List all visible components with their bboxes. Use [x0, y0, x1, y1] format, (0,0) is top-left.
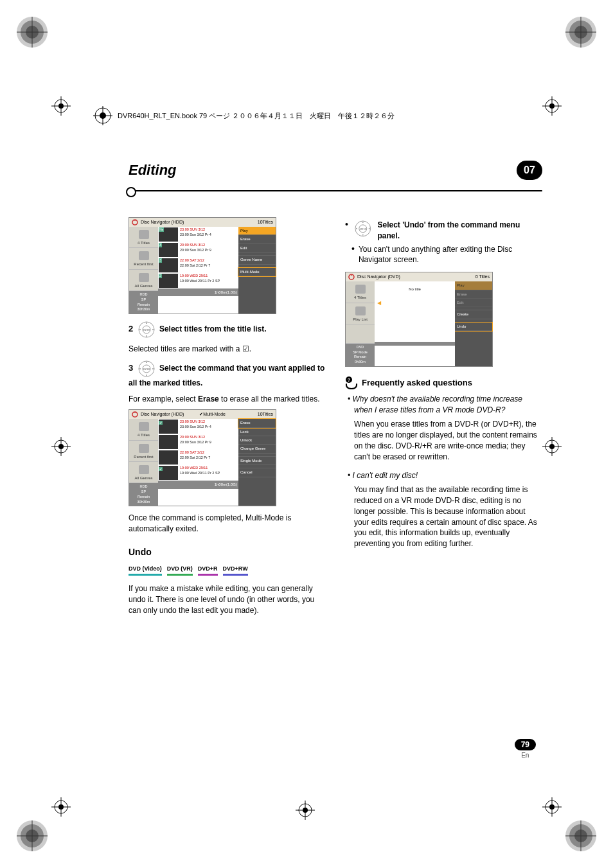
nav2-header: Disc Navigator (HDD) [141, 411, 184, 418]
menu-unlock: Unlock [238, 436, 276, 445]
corner-ornament-tl [13, 13, 51, 51]
menu-lock: Lock [238, 428, 276, 436]
reg-mark-icon [51, 437, 71, 456]
step-3: 3 ENTER Select the command that you want… [129, 360, 326, 389]
svg-text:ENTER: ENTER [143, 329, 150, 332]
brand-icon [132, 411, 138, 418]
titles-icon [355, 285, 366, 294]
genres-icon [139, 273, 149, 282]
svg-text:ENTER: ENTER [360, 228, 366, 231]
brand-icon [132, 219, 138, 226]
menu-edit: Edit [238, 244, 276, 252]
faq-a2: You may find that as the available recor… [354, 484, 542, 549]
reg-mark-icon [296, 801, 315, 820]
mode-dvd-plus-rw: DVD+RW [223, 565, 248, 576]
bullet-icon: • [345, 220, 348, 229]
svg-point-35 [549, 444, 555, 449]
step2-text: Select titles from the title list. [159, 324, 267, 333]
svg-point-27 [549, 103, 555, 109]
step3-text: Select the command that you want applied… [129, 364, 324, 387]
right-column: • ENTER Select 'Undo' from the command m… [345, 217, 542, 621]
chapter-divider [129, 190, 542, 191]
bookline-text: DVR640H_RLT_EN.book 79 ページ ２００６年４月１１日 火曜… [118, 111, 395, 121]
enter-button-icon: ENTER [352, 220, 374, 238]
undo-para: If you make a mistake while editing, you… [129, 583, 326, 616]
svg-point-69 [362, 222, 364, 223]
svg-point-57 [139, 329, 141, 330]
faq-q1: • Why doesn't the available recording ti… [354, 394, 542, 416]
svg-point-47 [303, 808, 308, 813]
mode-dvd-vr: DVD (VR) [167, 565, 193, 576]
faq-icon: ? [345, 376, 358, 390]
svg-point-64 [139, 368, 141, 369]
svg-point-71 [356, 228, 357, 229]
bullet-icon: • [351, 244, 355, 253]
svg-point-70 [362, 235, 364, 236]
titles-icon [139, 422, 149, 431]
recent-icon [139, 251, 149, 260]
undo-step: • ENTER Select 'Undo' from the command m… [345, 220, 542, 242]
corner-ornament-br [562, 817, 600, 855]
checkbox-on-icon: ✔ [159, 467, 163, 471]
faq-q2: • I can't edit my disc! [354, 470, 542, 481]
bookline: DVR640H_RLT_EN.book 79 ページ ２００６年４月１１日 火曜… [93, 106, 395, 125]
page-number: 79 En [515, 739, 536, 759]
menu-erase: Erase [455, 290, 492, 299]
menu-play: Play [238, 227, 276, 235]
mode-badges: DVD (Video) DVD (VR) DVD+R DVD+RW [129, 565, 326, 576]
nav1-side-b: Recent first [134, 262, 153, 266]
reg-mark-icon [51, 96, 71, 116]
reg-mark-icon [51, 797, 71, 817]
menu-edit: Edit [455, 299, 492, 307]
menu-cancel: Cancel [238, 468, 276, 477]
svg-point-39 [58, 804, 64, 810]
reg-mark-icon [542, 797, 562, 817]
reg-mark-icon [542, 437, 562, 456]
enter-button-icon: ENTER [136, 321, 157, 339]
svg-point-63 [146, 375, 147, 376]
faq-heading: ? Frequently asked questions [345, 376, 542, 390]
chapter-number: 07 [517, 161, 542, 180]
menu-play: Play [455, 281, 492, 290]
chapter-title: Editing [129, 162, 177, 179]
titles-icon [139, 230, 149, 239]
playlist-icon [355, 306, 366, 315]
svg-point-31 [58, 444, 64, 449]
recent-icon [139, 444, 149, 453]
checkbox-off-icon [159, 436, 163, 439]
reg-mark-icon [542, 96, 562, 116]
chapter-header: Editing 07 [129, 161, 542, 180]
svg-point-56 [146, 335, 147, 337]
checkbox-on-icon: ✔ [159, 421, 163, 425]
nav1-count: 10Titles [258, 219, 273, 226]
corner-ornament-tr [562, 13, 600, 51]
faq-a1: When you erase titles from a DVD-R (or D… [354, 419, 542, 462]
mode-dvd-plus-r: DVD+R [198, 565, 218, 576]
undo-step-text: Select 'Undo' from the command menu pane… [377, 220, 542, 242]
svg-text:?: ? [348, 378, 350, 382]
svg-point-55 [146, 323, 147, 324]
nav1-header: Disc Navigator (HDD) [141, 219, 184, 226]
undo-step-sub: You can't undo anything after exiting th… [359, 244, 542, 266]
step2-sub: Selected titles are marked with a ☑. [129, 344, 326, 355]
menu-single-mode: Single Mode [238, 457, 276, 465]
menu-genre: Genre Name [238, 256, 276, 264]
bookline-icon [93, 106, 112, 125]
svg-point-65 [152, 368, 154, 369]
checkbox-off-icon [159, 451, 163, 455]
svg-point-43 [549, 804, 555, 810]
svg-point-72 [369, 228, 370, 229]
disc-navigator-screenshot-3: Disc Navigator (DVD) 0 Titles 4 Titles P… [345, 272, 493, 367]
menu-undo: Undo [455, 323, 492, 331]
menu-erase: Erase [238, 419, 276, 427]
svg-point-23 [58, 103, 64, 109]
step3-sub: For example, select Erase to erase all t… [129, 394, 326, 405]
arrow-left-icon: ◀ [377, 299, 381, 306]
svg-point-62 [146, 362, 147, 363]
enter-button-icon: ENTER [136, 360, 157, 378]
nav1-side-c: All Genres [134, 284, 152, 288]
undo-heading: Undo [129, 546, 326, 559]
svg-text:ENTER: ENTER [143, 368, 150, 371]
corner-ornament-bl [13, 817, 51, 855]
nav1-side-a: 4 Titles [138, 241, 150, 245]
